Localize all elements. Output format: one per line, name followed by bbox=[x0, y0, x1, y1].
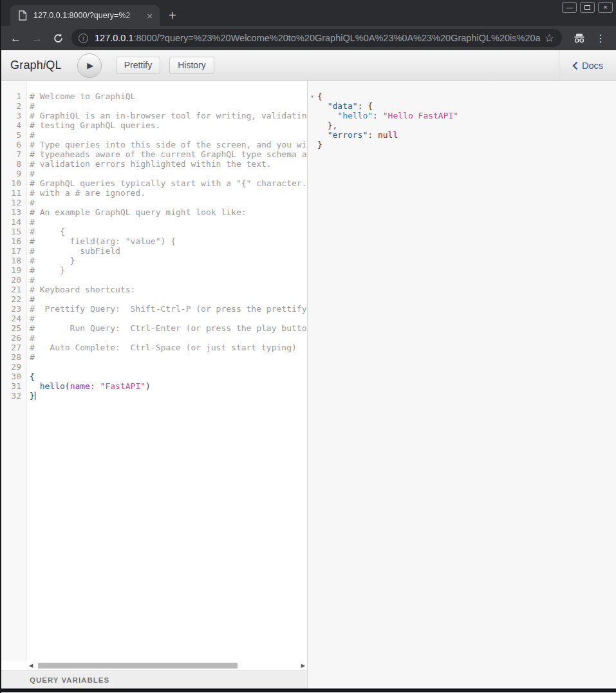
code-line: # bbox=[30, 198, 307, 207]
prettify-button[interactable]: Prettify bbox=[116, 57, 161, 74]
close-window-button[interactable]: × bbox=[598, 2, 613, 13]
code-line: { bbox=[317, 91, 616, 101]
code-line: # } bbox=[30, 265, 307, 275]
code-line: # Run Query: Ctrl-Enter (or press the pl… bbox=[30, 323, 307, 333]
code-line: # bbox=[30, 275, 307, 285]
code-line: # Welcome to GraphiQL bbox=[30, 91, 307, 101]
code-line: } bbox=[317, 140, 616, 149]
code-line: # validation errors highlighted within t… bbox=[30, 159, 307, 169]
tab-strip: 127.0.0.1:8000/?query=%2 × + — × bbox=[1, 0, 616, 26]
url-text: 127.0.0.1:8000/?query=%23%20Welcome%20to… bbox=[95, 33, 541, 43]
code-line: } bbox=[30, 391, 307, 401]
code-line: # with a # are ignored. bbox=[30, 188, 307, 198]
tab-title: 127.0.0.1:8000/?query=%2 bbox=[33, 11, 142, 20]
window-controls: — × bbox=[562, 2, 613, 13]
code-line: "errors": null bbox=[317, 130, 616, 140]
play-icon: ▶ bbox=[87, 61, 93, 70]
forward-icon[interactable]: → bbox=[32, 33, 42, 44]
code-line: # typeaheads aware of the current GraphQ… bbox=[30, 149, 307, 159]
code-line: { bbox=[30, 372, 307, 381]
tab-close-icon[interactable]: × bbox=[145, 11, 154, 21]
code-line: # bbox=[30, 314, 307, 323]
execute-query-button[interactable]: ▶ bbox=[77, 53, 102, 78]
graphiql-logo: GraphiQL bbox=[10, 59, 62, 72]
code-line: # bbox=[30, 333, 307, 343]
docs-button[interactable]: Docs bbox=[559, 50, 616, 81]
code-line: # Prettify Query: Shift-Ctrl-P (or press… bbox=[30, 304, 307, 314]
history-button[interactable]: History bbox=[169, 57, 214, 74]
code-line: # Keyboard shortcuts: bbox=[30, 285, 307, 294]
code-line: # { bbox=[30, 227, 307, 236]
fold-arrow-icon[interactable]: ▾ bbox=[310, 92, 314, 100]
bookmark-star-icon[interactable]: ☆ bbox=[545, 32, 554, 45]
code-line: hello(name: "FastAPI") bbox=[30, 381, 307, 391]
minimize-button[interactable]: — bbox=[562, 2, 577, 13]
maximize-button[interactable] bbox=[580, 2, 595, 13]
code-line: # bbox=[30, 169, 307, 178]
code-line: # } bbox=[30, 256, 307, 265]
code-line: # An example GraphQL query might look li… bbox=[30, 207, 307, 217]
new-tab-button[interactable]: + bbox=[169, 9, 176, 22]
code-line: # bbox=[30, 217, 307, 227]
browser-window: 127.0.0.1:8000/?query=%2 × + — × ← → i 1… bbox=[0, 0, 616, 693]
code-line: "hello": "Hello FastAPI" bbox=[317, 111, 616, 120]
site-info-icon[interactable]: i bbox=[79, 33, 88, 43]
code-line: "data": { bbox=[317, 101, 616, 111]
text-cursor bbox=[35, 392, 36, 400]
address-bar[interactable]: i 127.0.0.1:8000/?query=%23%20Welcome%20… bbox=[71, 29, 562, 47]
query-editor-pane: 1234567891011121314151617181920212223242… bbox=[1, 81, 308, 688]
query-editor[interactable]: 1234567891011121314151617181920212223242… bbox=[1, 81, 307, 661]
code-line: # GraphQL queries typically start with a… bbox=[30, 178, 307, 188]
result-json: { "data": { "hello": "Hello FastAPI" }, … bbox=[308, 81, 616, 149]
chevron-left-icon bbox=[572, 61, 578, 70]
result-pane: ▾ { "data": { "hello": "Hello FastAPI" }… bbox=[308, 81, 616, 688]
code-line: # Type queries into this side of the scr… bbox=[30, 140, 307, 149]
browser-tab[interactable]: 127.0.0.1:8000/?query=%2 × bbox=[10, 5, 160, 26]
code-line: # bbox=[30, 352, 307, 362]
incognito-icon bbox=[572, 32, 586, 44]
scrollbar-track[interactable] bbox=[33, 661, 301, 670]
query-variables-title: QUERY VARIABLES bbox=[30, 676, 109, 684]
graphiql-topbar: GraphiQL ▶ Prettify History Docs bbox=[1, 50, 616, 81]
code-line: # bbox=[30, 130, 307, 140]
code-line: # GraphiQL is an in-browser tool for wri… bbox=[30, 111, 307, 120]
horizontal-scrollbar[interactable]: ◀ ▶ bbox=[1, 661, 307, 670]
query-code[interactable]: # Welcome to GraphiQL## GraphiQL is an i… bbox=[27, 81, 307, 661]
reload-icon[interactable] bbox=[53, 33, 64, 44]
browser-menu-icon[interactable]: ⋮ bbox=[595, 32, 606, 44]
query-variables-bar[interactable]: QUERY VARIABLES bbox=[1, 670, 307, 688]
back-icon[interactable]: ← bbox=[10, 33, 21, 44]
maximize-icon bbox=[584, 5, 590, 10]
scroll-right-icon[interactable]: ▶ bbox=[301, 663, 305, 669]
code-line: }, bbox=[317, 120, 616, 130]
code-line bbox=[30, 362, 307, 372]
code-line: # Auto Complete: Ctrl-Space (or just sta… bbox=[30, 343, 307, 352]
window-bottom-edge bbox=[1, 688, 616, 692]
code-line: # subField bbox=[30, 246, 307, 256]
page-icon bbox=[18, 10, 27, 21]
line-number-gutter: 1234567891011121314151617181920212223242… bbox=[1, 81, 27, 661]
scrollbar-thumb[interactable] bbox=[38, 663, 238, 669]
code-line: # testing GraphQL queries. bbox=[30, 120, 307, 130]
browser-toolbar: ← → i 127.0.0.1:8000/?query=%23%20Welcom… bbox=[1, 26, 616, 50]
code-line: # field(arg: "value") { bbox=[30, 236, 307, 246]
graphiql-main: 1234567891011121314151617181920212223242… bbox=[1, 81, 616, 688]
code-line: # bbox=[30, 294, 307, 304]
code-line: # bbox=[30, 101, 307, 111]
